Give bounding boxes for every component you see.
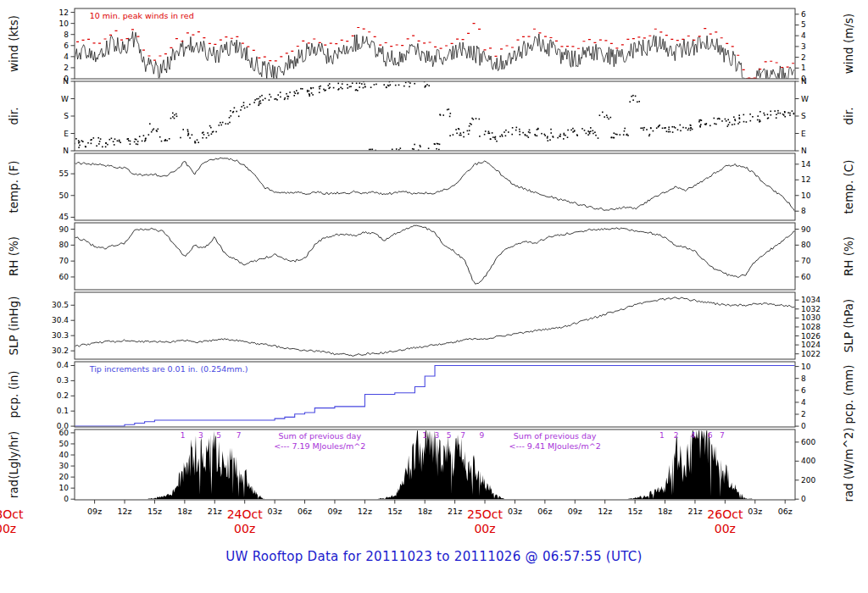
svg-text:60: 60 [59, 429, 70, 437]
svg-text:09z: 09z [87, 507, 102, 516]
svg-text:wind (kts): wind (kts) [7, 15, 20, 72]
svg-text:3: 3 [801, 42, 806, 51]
meteogram-svg: 0246810120123456wind (kts)wind (m/s)10 m… [0, 0, 868, 546]
svg-text:03z: 03z [268, 507, 282, 516]
svg-text:09z: 09z [327, 507, 342, 516]
svg-text:W: W [61, 95, 69, 103]
svg-text:90: 90 [801, 225, 811, 234]
svg-text:Sum of previous day: Sum of previous day [278, 431, 361, 441]
svg-text:pcp. (mm): pcp. (mm) [842, 365, 855, 424]
svg-text:rad(Lgly/hr): rad(Lgly/hr) [7, 431, 20, 498]
svg-text:90: 90 [59, 225, 70, 234]
svg-text:40: 40 [59, 451, 70, 459]
svg-text:06z: 06z [298, 507, 312, 516]
svg-text:00z: 00z [715, 522, 736, 535]
svg-text:12: 12 [801, 175, 810, 184]
svg-text:temp. (F): temp. (F) [7, 160, 20, 213]
chart-title: UW Rooftop Data for 20111023 to 20111026… [0, 549, 868, 564]
panel-rad: 01020304050600200400600rad(Lgly/hr)rad (… [7, 427, 855, 503]
svg-text:Sum of previous day: Sum of previous day [514, 431, 597, 441]
panel-dir: NESWNNESWNdir.dir. [7, 77, 855, 155]
svg-text:400: 400 [801, 457, 815, 465]
svg-text:N: N [63, 147, 69, 155]
svg-text:N: N [63, 77, 69, 86]
svg-text:30.2: 30.2 [52, 346, 69, 355]
svg-text:21z: 21z [448, 507, 462, 516]
svg-text:4: 4 [801, 398, 806, 407]
svg-text:dir.: dir. [842, 108, 855, 125]
svg-text:3: 3 [434, 431, 439, 440]
svg-text:<--- 7.19 MJoules/m^2: <--- 7.19 MJoules/m^2 [274, 441, 365, 451]
svg-text:9: 9 [480, 431, 485, 440]
svg-text:<--- 9.41 MJoules/m^2: <--- 9.41 MJoules/m^2 [509, 441, 601, 451]
svg-text:rad (W/m^2): rad (W/m^2) [842, 427, 855, 502]
svg-text:30.4: 30.4 [52, 316, 69, 324]
svg-text:06z: 06z [537, 507, 552, 516]
svg-text:1026: 1026 [801, 332, 821, 341]
svg-text:18z: 18z [177, 507, 192, 516]
svg-text:SLP (inHg): SLP (inHg) [7, 296, 20, 355]
svg-text:1028: 1028 [801, 323, 821, 331]
svg-text:06z: 06z [778, 507, 793, 516]
svg-text:1030: 1030 [801, 313, 821, 322]
svg-text:Tip increments are 0.01 in. (0: Tip increments are 0.01 in. (0.254mm.) [89, 364, 248, 374]
panel-wind: 0246810120123456wind (kts)wind (m/s)10 m… [7, 8, 855, 83]
svg-text:8: 8 [64, 30, 69, 39]
svg-text:N: N [801, 77, 807, 86]
svg-text:W: W [801, 95, 809, 103]
svg-text:4: 4 [64, 53, 69, 61]
svg-text:03z: 03z [748, 507, 762, 516]
svg-text:30.3: 30.3 [52, 331, 69, 340]
svg-text:15z: 15z [628, 507, 643, 516]
svg-text:00z: 00z [474, 522, 495, 535]
svg-text:6: 6 [64, 42, 69, 50]
svg-text:3: 3 [198, 431, 203, 440]
svg-text:600: 600 [801, 438, 815, 446]
panel-temp: 4550558101214temp. (F)temp. (C) [7, 153, 855, 221]
svg-text:30.5: 30.5 [52, 301, 69, 309]
svg-text:E: E [801, 130, 806, 138]
svg-text:21z: 21z [687, 507, 702, 516]
svg-text:4: 4 [691, 431, 696, 440]
svg-text:50: 50 [59, 440, 70, 448]
svg-text:S: S [64, 112, 69, 120]
svg-text:09z: 09z [568, 507, 582, 516]
svg-text:pcp. (in): pcp. (in) [7, 371, 20, 418]
svg-text:80: 80 [59, 241, 70, 249]
svg-text:8: 8 [801, 207, 806, 215]
weather-multipanel-chart: 0246810120123456wind (kts)wind (m/s)10 m… [0, 0, 868, 546]
panel-rh: 6070809060708090RH (%)RH (%) [7, 223, 855, 290]
svg-text:50: 50 [59, 191, 70, 200]
svg-text:1: 1 [801, 64, 806, 72]
svg-text:45: 45 [59, 213, 69, 221]
svg-text:12: 12 [59, 8, 69, 17]
svg-text:0: 0 [64, 495, 69, 503]
svg-text:2: 2 [674, 431, 679, 440]
svg-text:24Oct: 24Oct [227, 507, 264, 521]
svg-text:10: 10 [801, 363, 811, 371]
svg-text:8: 8 [801, 374, 806, 383]
svg-text:26Oct: 26Oct [707, 507, 743, 521]
svg-text:10: 10 [59, 19, 70, 28]
svg-text:0.3: 0.3 [57, 376, 69, 385]
svg-text:1: 1 [181, 431, 186, 440]
svg-text:60: 60 [59, 273, 70, 281]
svg-text:1024: 1024 [801, 341, 821, 349]
svg-text:1034: 1034 [801, 296, 821, 304]
panel-pcp: 0.00.10.20.30.40246810pcp. (in)pcp. (mm)… [7, 361, 855, 430]
svg-text:N: N [801, 147, 807, 155]
svg-text:4: 4 [801, 31, 806, 40]
svg-text:70: 70 [59, 257, 70, 265]
svg-text:15z: 15z [147, 507, 162, 516]
svg-text:30: 30 [59, 462, 70, 470]
svg-text:00z: 00z [234, 522, 255, 535]
svg-text:2: 2 [64, 64, 69, 72]
svg-text:SLP (hPa): SLP (hPa) [842, 299, 855, 352]
svg-text:00z: 00z [0, 522, 16, 535]
svg-text:dir.: dir. [7, 108, 20, 125]
svg-text:7: 7 [460, 431, 465, 440]
svg-text:12z: 12z [358, 507, 372, 516]
svg-text:2: 2 [801, 53, 806, 62]
svg-text:7: 7 [236, 431, 242, 440]
svg-text:1032: 1032 [801, 305, 821, 313]
